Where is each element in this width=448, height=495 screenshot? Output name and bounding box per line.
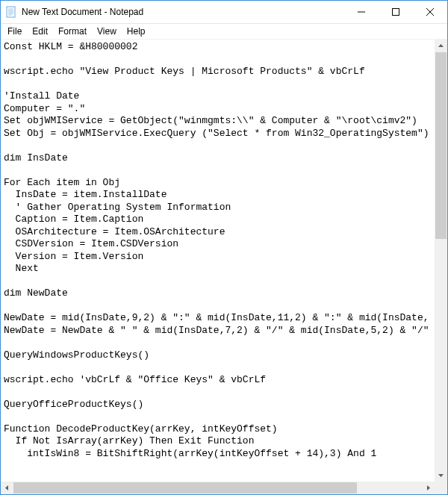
- titlebar: New Text Document - Notepad: [1, 1, 447, 24]
- menu-format[interactable]: Format: [53, 25, 92, 38]
- vertical-scroll-track[interactable]: [435, 52, 447, 469]
- window-controls: [344, 1, 447, 23]
- scroll-right-arrow-icon[interactable]: [422, 482, 435, 494]
- menu-file[interactable]: File: [2, 25, 27, 38]
- horizontal-scroll-thumb[interactable]: [13, 482, 357, 494]
- window-title: New Text Document - Notepad: [22, 7, 143, 17]
- notepad-icon: [5, 6, 17, 18]
- vertical-scrollbar[interactable]: [435, 40, 447, 482]
- vertical-scroll-thumb[interactable]: [435, 52, 447, 239]
- maximize-button[interactable]: [379, 1, 413, 23]
- horizontal-scrollbar[interactable]: [1, 482, 435, 494]
- horizontal-scroll-track[interactable]: [13, 482, 422, 494]
- close-button[interactable]: [413, 1, 447, 23]
- menubar: File Edit Format View Help: [1, 24, 447, 40]
- menu-edit[interactable]: Edit: [27, 25, 53, 38]
- editor-area: Const HKLM = &H80000002 wscript.echo "Vi…: [1, 40, 447, 494]
- text-editor[interactable]: Const HKLM = &H80000002 wscript.echo "Vi…: [1, 40, 435, 482]
- scroll-left-arrow-icon[interactable]: [1, 482, 13, 494]
- menu-view[interactable]: View: [92, 25, 122, 38]
- scrollbar-corner: [435, 482, 447, 494]
- minimize-button[interactable]: [344, 1, 379, 23]
- menu-help[interactable]: Help: [122, 25, 151, 38]
- scroll-up-arrow-icon[interactable]: [435, 40, 447, 52]
- scroll-down-arrow-icon[interactable]: [435, 469, 447, 482]
- svg-rect-7: [393, 9, 399, 16]
